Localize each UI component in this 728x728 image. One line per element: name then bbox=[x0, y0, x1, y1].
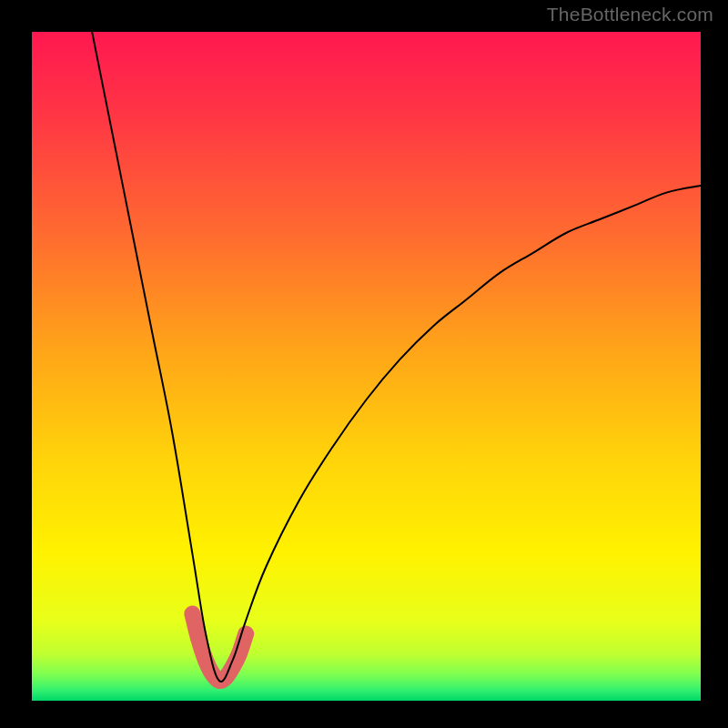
chart-container: TheBottleneck.com bbox=[0, 0, 728, 728]
chart-svg bbox=[32, 32, 701, 701]
gradient-background bbox=[32, 32, 701, 701]
watermark-text: TheBottleneck.com bbox=[547, 4, 713, 25]
plot-area bbox=[32, 32, 701, 701]
